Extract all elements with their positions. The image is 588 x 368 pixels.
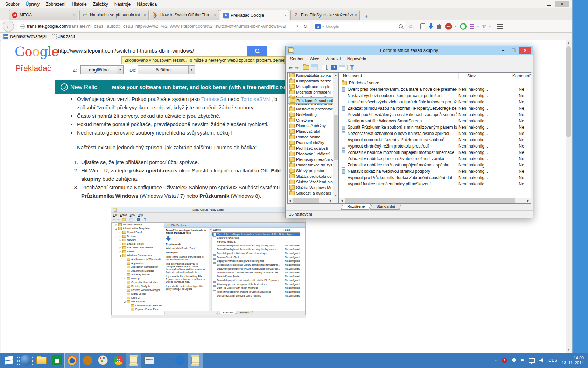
- downloads-icon[interactable]: [428, 23, 433, 29]
- taskbar-thunderbird[interactable]: [172, 353, 188, 368]
- reload-icon[interactable]: ↻: [303, 24, 307, 29]
- up-one-level-icon[interactable]: [303, 65, 309, 70]
- shot-tree-item[interactable]: Credential User Interface: [112, 280, 164, 284]
- page-scrollbar[interactable]: ▲ ▼: [566, 40, 572, 353]
- taskbar-firefox[interactable]: [64, 353, 80, 368]
- back-icon[interactable]: ⇐: [288, 65, 293, 70]
- shot-setting-row[interactable]: Location where all default Library defin…: [212, 263, 305, 267]
- translate-url-input[interactable]: http://www.sitepoint.com/switch-off-thum…: [55, 46, 247, 55]
- shot-setting-row[interactable]: Turn off Windows Libraries features that…: [212, 271, 305, 274]
- properties-icon[interactable]: [339, 65, 345, 70]
- scroll-right-icon[interactable]: ▶: [328, 198, 333, 203]
- shot-tree-item[interactable]: Shared Folders: [112, 242, 164, 246]
- shot-setting-row[interactable]: Do not display the Welcome Center at use…: [212, 251, 305, 255]
- gp-setting-row[interactable]: Nezobrazovat oznámení o nově nainstalova…: [340, 130, 531, 137]
- shot-tree-item[interactable]: Common Open File Dial: [112, 304, 164, 307]
- taskbar-paint[interactable]: [95, 353, 111, 368]
- scrollbar-thumb[interactable]: [334, 115, 338, 160]
- column-state[interactable]: Stav: [467, 74, 476, 79]
- gp-list-hscrollbar[interactable]: ◀ ▶: [340, 198, 531, 203]
- shot-setting-row[interactable]: Turn off the caching of thumbnails in hi…: [212, 232, 300, 236]
- gp-tree-item[interactable]: Možnosti přihlášení: [288, 89, 333, 95]
- shot-tree-item[interactable]: Desktop Gadgets: [112, 284, 164, 288]
- gp-view-tab[interactable]: Standardní: [370, 204, 401, 210]
- gp-setting-row[interactable]: Nastavit odkaz na webovou stránku podpor…: [340, 168, 531, 175]
- gp-tree-item[interactable]: Plánovač údržby: [288, 123, 333, 129]
- shot-setting-row[interactable]: Turn off the display of snippets in Cont…: [212, 290, 305, 294]
- gp-tree-item[interactable]: Služba protokolu ud: [288, 173, 333, 179]
- tray-grid-icon[interactable]: [512, 358, 516, 362]
- help-icon[interactable]: ?: [331, 65, 337, 70]
- export-list-icon[interactable]: [322, 65, 327, 70]
- shot-setting-row[interactable]: Start File Explorer with ribbon minimize…: [212, 286, 305, 290]
- gp-tree-item[interactable]: Prohlížeč událostí: [288, 145, 333, 151]
- text-tool-icon[interactable]: T: [482, 23, 486, 29]
- gp-tree-item[interactable]: Služba Windows Me: [288, 185, 333, 190]
- gp-tree-item[interactable]: Kompatibilita zaříze: [288, 78, 333, 84]
- shot-tree-item[interactable]: ◢Windows Components: [112, 253, 164, 257]
- scroll-left-icon[interactable]: ◀: [340, 198, 344, 203]
- gp-titlebar[interactable]: Editor místních zásad skupiny – ❐ ×: [286, 46, 533, 55]
- clipboard-icon[interactable]: [420, 23, 425, 29]
- bookmark-getting-started[interactable]: Jak začít: [52, 34, 75, 39]
- browser-menu-item[interactable]: Záložky: [90, 1, 111, 8]
- gp-tree-item[interactable]: Síťový projektor: [288, 168, 333, 173]
- back-button[interactable]: ←: [3, 21, 14, 32]
- bookmark-star-icon[interactable]: ☆: [408, 22, 414, 30]
- browser-menu-item[interactable]: Nápověda: [134, 1, 160, 8]
- new-tab-button[interactable]: +: [362, 12, 371, 20]
- scroll-up-icon[interactable]: ▲: [566, 40, 572, 46]
- target-language-select[interactable]: čeština▼: [138, 65, 195, 74]
- gp-tree-item[interactable]: Miniaplikace na plo: [288, 84, 333, 89]
- tab-close-icon[interactable]: ×: [285, 13, 287, 18]
- gp-setting-row[interactable]: Vypnout chráněný režim protokolu prostře…: [340, 143, 531, 149]
- scroll-right-icon[interactable]: ▶: [526, 198, 531, 203]
- taskbar-file-explorer[interactable]: [34, 353, 49, 368]
- shot-tree-item[interactable]: Application Compatibility: [112, 265, 164, 269]
- shot-setting-row[interactable]: Explorer Frame Pane: [212, 236, 305, 240]
- shot-tree-item[interactable]: ▷Control Panel: [112, 230, 164, 234]
- shot-tree-item[interactable]: ▷Backup: [112, 277, 164, 280]
- search-icon[interactable]: [399, 24, 403, 28]
- language-indicator[interactable]: CES: [548, 358, 557, 363]
- shot-hscrollbar[interactable]: ‹›: [164, 311, 218, 315]
- gp-setting-row[interactable]: Vypnutí funkce ukončení haldy při poškoz…: [340, 181, 531, 187]
- start-button[interactable]: [0, 353, 18, 368]
- close-button[interactable]: ×: [555, 1, 569, 7]
- browser-menu-item[interactable]: Nástroje: [111, 1, 134, 8]
- gp-tree-hscrollbar[interactable]: ◀ ▶: [288, 198, 333, 203]
- adblock-dropdown-icon[interactable]: ▾: [455, 25, 457, 28]
- shot-setting-row[interactable]: Do not track Shell shortcuts during roam…: [212, 294, 305, 298]
- filter-icon[interactable]: [350, 65, 354, 70]
- action-center-flag-icon[interactable]: ⚑: [520, 358, 525, 363]
- shot-setting-row[interactable]: Turn off the display of thumbnails and o…: [212, 244, 305, 247]
- scroll-up-icon[interactable]: ▲: [333, 73, 338, 77]
- url-bar[interactable]: translate.google.com/translate?hl=cs&sl=…: [17, 22, 310, 31]
- shot-tree-item[interactable]: Desktop Window Manager: [112, 288, 164, 292]
- gp-tree-item[interactable]: Pracovní složky: [288, 140, 333, 145]
- column-comment[interactable]: Komentář: [512, 74, 531, 79]
- adblock-plus-icon[interactable]: ABP: [445, 23, 452, 30]
- shot-tree-item[interactable]: Explorer Frame Pane: [112, 307, 164, 311]
- show-console-tree-icon[interactable]: [311, 65, 317, 70]
- shot-tree-item[interactable]: ◢File Explorer: [112, 300, 164, 304]
- gp-tree-vscrollbar[interactable]: ▲ ▼: [333, 73, 338, 198]
- home-icon[interactable]: [436, 24, 442, 29]
- gp-minimize-button[interactable]: –: [498, 47, 508, 54]
- gp-setting-row[interactable]: Umístění všech výchozích souborů definic…: [340, 99, 531, 105]
- volume-icon[interactable]: [539, 358, 544, 362]
- column-setting[interactable]: Nastavení: [343, 74, 362, 79]
- apps-grid-icon[interactable]: [470, 24, 474, 29]
- gp-setting-row[interactable]: Povolit použití vzdálených cest v ikonác…: [340, 111, 531, 118]
- menu-icon[interactable]: [497, 24, 503, 29]
- shot-setting-row[interactable]: Disable Known FoldersNot configured: [212, 274, 305, 278]
- url-dropdown-icon[interactable]: ▼: [296, 25, 299, 28]
- tab-sitepoint[interactable]: How to Switch Off the Thu... ×: [150, 10, 219, 20]
- gp-setting-row[interactable]: Nastavit výchozí soubor s konfiguracemi …: [340, 93, 531, 99]
- gp-tree-item[interactable]: Nastavení prezentac: [288, 106, 333, 112]
- taskbar-chrome[interactable]: [111, 353, 126, 368]
- gp-menu-item[interactable]: Nápověda: [344, 56, 370, 62]
- shot-tree-item[interactable]: Digital Locker: [112, 292, 164, 296]
- shot-setting-row[interactable]: Disable binding directly to IPropertySet…: [212, 267, 305, 271]
- shot-tree-item[interactable]: Edge UI: [112, 296, 164, 300]
